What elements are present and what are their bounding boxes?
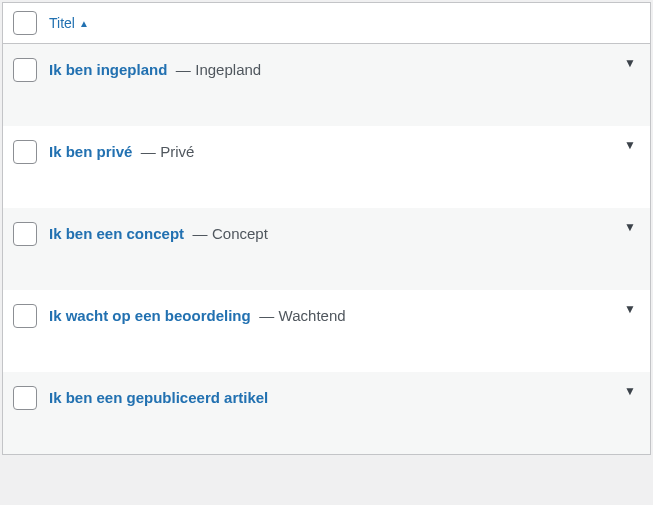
column-header-title-label: Titel	[49, 15, 75, 31]
post-title-link[interactable]: Ik ben ingepland	[49, 61, 167, 78]
post-title-link[interactable]: Ik ben privé	[49, 143, 132, 160]
table-row: Ik ben een concept — Concept ▼	[3, 208, 650, 290]
status-separator: —	[176, 61, 191, 78]
row-checkbox[interactable]	[13, 222, 37, 246]
table-row: Ik ben een gepubliceerd artikel ▼	[3, 372, 650, 454]
row-toggle-icon[interactable]: ▼	[624, 384, 636, 398]
post-status: Concept	[212, 225, 268, 242]
row-toggle-icon[interactable]: ▼	[624, 138, 636, 152]
posts-table: Titel ▲ Ik ben ingepland — Ingepland ▼ I…	[2, 2, 651, 455]
table-body: Ik ben ingepland — Ingepland ▼ Ik ben pr…	[3, 44, 650, 454]
row-checkbox[interactable]	[13, 386, 37, 410]
table-row: Ik ben ingepland — Ingepland ▼	[3, 44, 650, 126]
row-checkbox[interactable]	[13, 140, 37, 164]
table-header-row: Titel ▲	[3, 3, 650, 44]
post-title-link[interactable]: Ik ben een concept	[49, 225, 184, 242]
row-checkbox[interactable]	[13, 304, 37, 328]
post-title-link[interactable]: Ik wacht op een beoordeling	[49, 307, 251, 324]
sort-ascending-icon: ▲	[79, 18, 89, 29]
select-all-checkbox[interactable]	[13, 11, 37, 35]
table-row: Ik ben privé — Privé ▼	[3, 126, 650, 208]
row-toggle-icon[interactable]: ▼	[624, 56, 636, 70]
status-separator: —	[259, 307, 274, 324]
post-status: Privé	[160, 143, 194, 160]
status-separator: —	[193, 225, 208, 242]
row-toggle-icon[interactable]: ▼	[624, 302, 636, 316]
table-row: Ik wacht op een beoordeling — Wachtend ▼	[3, 290, 650, 372]
row-checkbox[interactable]	[13, 58, 37, 82]
post-title-link[interactable]: Ik ben een gepubliceerd artikel	[49, 389, 268, 406]
column-header-title[interactable]: Titel ▲	[49, 15, 89, 31]
row-toggle-icon[interactable]: ▼	[624, 220, 636, 234]
status-separator: —	[141, 143, 156, 160]
post-status: Ingepland	[195, 61, 261, 78]
post-status: Wachtend	[279, 307, 346, 324]
